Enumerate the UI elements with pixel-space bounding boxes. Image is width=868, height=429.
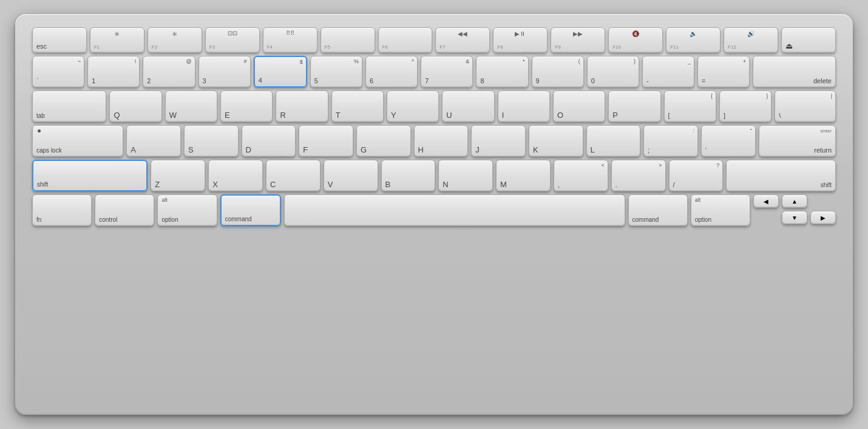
key-g[interactable]: G (356, 125, 411, 157)
key-f6[interactable]: F6 (378, 27, 433, 53)
key-f8[interactable]: ▶⏸ F8 (493, 27, 548, 53)
key-f5[interactable]: F5 (320, 27, 375, 53)
key-f4[interactable]: ⠿⠿ F4 (263, 27, 317, 53)
key-2[interactable]: @ 2 (143, 56, 195, 88)
key-quote[interactable]: " ' (701, 125, 756, 157)
key-d[interactable]: D (242, 125, 296, 157)
key-arrow-right[interactable]: ▶ (810, 211, 836, 224)
key-f11[interactable]: 🔉 F11 (666, 27, 721, 53)
key-v[interactable]: V (324, 160, 378, 191)
6-bottom: 6 (370, 78, 373, 84)
f7-icon: ◀◀ (458, 30, 467, 37)
key-equals[interactable]: + = (697, 56, 750, 88)
key-right-option[interactable]: alt option (691, 194, 750, 226)
7-bottom: 7 (425, 78, 429, 84)
key-left-shift[interactable]: shift (32, 160, 147, 191)
key-enter[interactable]: enter return (759, 125, 836, 157)
key-f3[interactable]: ⊡⊡ F3 (205, 27, 260, 53)
key-b[interactable]: B (381, 160, 436, 191)
key-7[interactable]: & 7 (421, 56, 473, 88)
key-k[interactable]: K (529, 125, 583, 157)
n-label: N (442, 180, 448, 188)
8-top: * (523, 59, 525, 65)
d-label: D (246, 146, 251, 154)
key-l[interactable]: L (586, 125, 641, 157)
key-h[interactable]: H (414, 125, 469, 157)
key-x[interactable]: X (208, 160, 263, 191)
key-f7[interactable]: ◀◀ F7 (435, 27, 490, 53)
key-z[interactable]: Z (151, 160, 205, 191)
key-8[interactable]: * 8 (476, 56, 528, 88)
key-r[interactable]: R (276, 91, 328, 122)
key-9[interactable]: ( 9 (532, 56, 584, 88)
key-right-command[interactable]: command (628, 194, 688, 226)
key-t[interactable]: T (331, 91, 384, 122)
r-label: R (280, 111, 285, 119)
key-fn[interactable]: fn (32, 194, 92, 226)
key-caps-lock[interactable]: caps lock (32, 125, 123, 157)
9-top: ( (578, 59, 580, 65)
key-delete[interactable]: delete (753, 56, 836, 88)
key-pipe[interactable]: | \ (775, 91, 836, 122)
key-y[interactable]: Y (387, 91, 439, 122)
m-label: M (500, 180, 507, 188)
key-u[interactable]: U (442, 91, 494, 122)
key-eject[interactable]: ⏏ (781, 27, 836, 53)
key-tab[interactable]: tab (32, 91, 106, 122)
key-e[interactable]: E (220, 91, 273, 122)
key-rbracket[interactable]: } ] (719, 91, 771, 122)
key-1[interactable]: ! 1 (87, 56, 140, 88)
key-c[interactable]: C (266, 160, 320, 191)
roption-label: option (695, 217, 711, 223)
key-comma[interactable]: < , (554, 160, 608, 191)
key-semicolon[interactable]: : ; (643, 125, 698, 157)
key-arrow-left[interactable]: ◀ (753, 194, 779, 208)
key-w[interactable]: W (165, 91, 217, 122)
key-minus[interactable]: _ - (642, 56, 694, 88)
arrow-left-icon: ◀ (764, 198, 768, 205)
key-f9[interactable]: ▶▶ F9 (551, 27, 605, 53)
key-arrow-down[interactable]: ▼ (782, 211, 807, 224)
control-label: control (99, 217, 117, 223)
key-a[interactable]: A (126, 125, 181, 157)
arrow-up-icon: ▲ (792, 198, 798, 205)
key-period[interactable]: > . (611, 160, 666, 191)
key-arrow-up[interactable]: ▲ (782, 194, 807, 208)
lbracket-bottom: [ (668, 112, 670, 119)
key-n[interactable]: N (438, 160, 493, 191)
key-left-option[interactable]: alt option (157, 194, 217, 226)
key-q[interactable]: Q (109, 91, 161, 122)
key-f[interactable]: F (299, 125, 353, 157)
key-f10[interactable]: 🔇 F10 (608, 27, 663, 53)
w-label: W (169, 111, 177, 119)
loption-label: option (161, 217, 178, 223)
key-6[interactable]: ^ 6 (365, 56, 418, 88)
key-space[interactable] (284, 194, 625, 226)
key-f1[interactable]: ✳ F1 (90, 27, 144, 53)
key-right-shift[interactable]: shift (726, 160, 836, 191)
key-s[interactable]: S (184, 125, 239, 157)
f11-label: F11 (670, 45, 679, 50)
g-label: G (361, 146, 367, 154)
key-m[interactable]: M (496, 160, 551, 191)
key-left-command[interactable]: command (220, 194, 281, 226)
key-3[interactable]: # 3 (198, 56, 251, 88)
key-5[interactable]: % 5 (310, 56, 362, 88)
key-control[interactable]: control (95, 194, 154, 226)
key-slash[interactable]: ? / (669, 160, 724, 191)
key-f12[interactable]: 🔊 F12 (724, 27, 778, 53)
key-p[interactable]: P (608, 91, 660, 122)
key-esc[interactable]: esc (32, 27, 87, 53)
key-tilde[interactable]: ~ ` (32, 56, 84, 88)
key-0[interactable]: ) 0 (587, 56, 639, 88)
1-bottom: 1 (92, 78, 95, 84)
key-4[interactable]: $ 4 (254, 56, 307, 88)
key-lbracket[interactable]: { [ (664, 91, 716, 122)
key-j[interactable]: J (471, 125, 526, 157)
key-o[interactable]: O (553, 91, 605, 122)
key-f2[interactable]: ✳ F2 (147, 27, 202, 53)
key-i[interactable]: I (498, 91, 550, 122)
comma-top: < (601, 163, 604, 169)
f12-icon: 🔊 (747, 30, 754, 37)
y-label: Y (391, 111, 396, 119)
